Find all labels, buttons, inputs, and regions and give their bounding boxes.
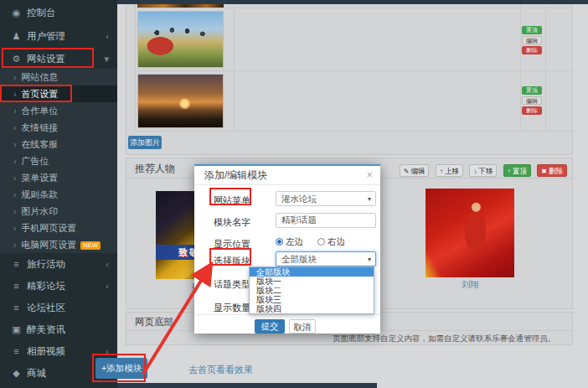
submit-button[interactable]: 提交 bbox=[255, 319, 285, 334]
sidebar-item-label: 手机网页设置 bbox=[21, 223, 76, 233]
chevron-left-icon: ‹ bbox=[106, 253, 109, 275]
caret-down-icon: ▾ bbox=[368, 253, 371, 266]
angle-icon: › bbox=[13, 157, 16, 166]
table-border bbox=[545, 4, 546, 131]
move-up-button[interactable]: ↑上移 bbox=[436, 164, 463, 177]
arrow-up-icon: ↑ bbox=[508, 168, 511, 175]
panel-title: 推荐人物 bbox=[135, 158, 175, 178]
angle-icon: › bbox=[13, 123, 16, 132]
angle-icon: › bbox=[13, 173, 16, 183]
sidebar-item-label: 规则条款 bbox=[21, 189, 58, 199]
sidebar-item-label: 图片水印 bbox=[21, 206, 58, 216]
section-select[interactable]: 全部版块 ▾ bbox=[276, 251, 376, 266]
table-border bbox=[520, 4, 521, 131]
module-name-input[interactable] bbox=[276, 213, 376, 228]
pin-top-button[interactable]: ↑置顶 bbox=[503, 164, 531, 177]
select-value: 全部版块 bbox=[281, 254, 317, 264]
radio-left[interactable] bbox=[276, 238, 283, 246]
delete-button[interactable]: 删除 bbox=[522, 106, 542, 115]
dropdown-option[interactable]: 版块四 bbox=[250, 304, 374, 313]
sidebar-item-label: 首页设置 bbox=[21, 89, 58, 99]
position-radio-group: 左边 右边 bbox=[276, 236, 345, 248]
site-menu-select[interactable]: 灌水论坛 ▾ bbox=[276, 191, 376, 206]
gallery-photo-sunset bbox=[137, 74, 224, 128]
sidebar-item-label: 醉美资讯 bbox=[27, 324, 65, 334]
edit-button[interactable]: 编辑 bbox=[522, 96, 542, 105]
dashboard-icon: ◉ bbox=[10, 2, 23, 23]
sidebar-item-partners[interactable]: ›合作单位 bbox=[0, 102, 117, 119]
button-label: 编辑 bbox=[410, 167, 425, 175]
sidebar-item-label: 用户管理 bbox=[27, 31, 65, 41]
select-value: 灌水论坛 bbox=[281, 194, 317, 204]
table-border bbox=[234, 4, 235, 131]
sidebar-item-ad-slots[interactable]: ›广告位 bbox=[0, 153, 117, 169]
sidebar-item-news[interactable]: ▣醉美资讯 bbox=[0, 318, 117, 340]
sidebar-item-community[interactable]: ≡论坛社区 bbox=[0, 297, 117, 318]
table-border bbox=[572, 4, 573, 131]
cancel-button[interactable]: 取消 bbox=[289, 319, 316, 334]
gallery-photo-hikers bbox=[137, 11, 224, 68]
sidebar-item-rules[interactable]: ›规则条款 bbox=[0, 186, 117, 203]
admin-page: ◉控制台 ♟用户管理 ‹ ⚙网站设置 ▾ ›网站信息 ›首页设置 ›合作单位 ›… bbox=[0, 0, 588, 388]
sidebar-item-label: 相册视频 bbox=[27, 346, 65, 356]
sidebar-item-menu-settings[interactable]: ›菜单设置 bbox=[0, 169, 117, 186]
dropdown-option[interactable]: 版块二 bbox=[250, 286, 374, 295]
radio-right[interactable] bbox=[317, 238, 325, 246]
sidebar-item-travel[interactable]: ≡旅行活动 ‹ bbox=[0, 253, 117, 275]
view-homepage-link[interactable]: 去首页看看效果 bbox=[188, 364, 253, 376]
add-module-button[interactable]: +添加模块 bbox=[95, 358, 147, 379]
sidebar-item-online-service[interactable]: ›在线客服 bbox=[0, 136, 117, 153]
button-label: 上移 bbox=[445, 167, 459, 175]
sidebar-item-users[interactable]: ♟用户管理 ‹ bbox=[0, 25, 117, 47]
pin-top-button[interactable]: 置顶 bbox=[522, 26, 542, 34]
delete-button[interactable]: 删除 bbox=[522, 46, 542, 54]
sidebar-item-console[interactable]: ◉控制台 bbox=[0, 2, 117, 23]
dropdown-option[interactable]: 版块一 bbox=[250, 277, 374, 286]
site-menu-label: 网站菜单 bbox=[214, 194, 250, 207]
sidebar-item-forum[interactable]: ≡精彩论坛 ‹ bbox=[0, 275, 117, 297]
sidebar-item-site-settings[interactable]: ⚙网站设置 ▾ bbox=[0, 48, 117, 70]
sidebar-item-pc-web[interactable]: ›电脑网页设置NEW bbox=[0, 236, 117, 253]
edit-button[interactable]: ✎编辑 bbox=[400, 164, 430, 177]
modal-title: 添加/编辑模块 bbox=[204, 166, 267, 185]
sidebar-item-home-settings[interactable]: ›首页设置 bbox=[0, 85, 117, 102]
dropdown-option[interactable]: 全部版块 bbox=[250, 267, 374, 277]
sidebar-item-label: 合作单位 bbox=[21, 106, 58, 116]
sidebar-item-label: 旅行活动 bbox=[27, 259, 65, 269]
section-label: 选择版块 bbox=[214, 255, 250, 267]
panel-title: 网页底部 bbox=[135, 316, 173, 329]
sidebar-item-label: 在线客服 bbox=[21, 139, 58, 149]
arrow-down-icon: ↓ bbox=[473, 168, 477, 175]
sidebar-item-label: 论坛社区 bbox=[27, 303, 65, 313]
display-count-label: 显示数量 bbox=[214, 302, 250, 314]
sidebar-item-site-info[interactable]: ›网站信息 bbox=[0, 69, 117, 85]
sidebar-item-label: 电脑网页设置 bbox=[21, 240, 76, 250]
cutoff-footer-image bbox=[117, 383, 377, 388]
table-border bbox=[135, 70, 573, 71]
person-caption-link[interactable]: 刘翔 bbox=[426, 279, 514, 291]
dropdown-option[interactable]: 版块三 bbox=[250, 295, 374, 304]
table-border bbox=[135, 131, 573, 132]
edit-button[interactable]: 编辑 bbox=[522, 36, 542, 44]
angle-icon: › bbox=[13, 224, 16, 233]
add-edit-module-modal: 添加/编辑模块 × 网站菜单 灌水论坛 ▾ 模块名字 显示位置 左边 右边 选择… bbox=[194, 164, 380, 334]
delete-button[interactable]: ✖删除 bbox=[537, 164, 567, 177]
sidebar-item-label: 网站设置 bbox=[27, 54, 65, 64]
modal-header: 添加/编辑模块 × bbox=[194, 166, 380, 185]
angle-icon: › bbox=[13, 106, 16, 116]
position-label: 显示位置 bbox=[214, 238, 250, 251]
divider bbox=[194, 314, 380, 315]
move-down-button[interactable]: ↓下移 bbox=[469, 164, 497, 177]
person-photo-liuxiang bbox=[426, 189, 514, 277]
sidebar-item-mobile-web[interactable]: ›手机网页设置 bbox=[0, 220, 117, 236]
close-icon[interactable]: × bbox=[366, 168, 373, 181]
caret-down-icon: ▾ bbox=[368, 193, 371, 206]
sidebar-item-watermark[interactable]: ›图片水印 bbox=[0, 203, 117, 220]
pin-top-button[interactable]: 置顶 bbox=[522, 86, 542, 95]
sidebar-item-friend-links[interactable]: ›友情链接 bbox=[0, 119, 117, 136]
new-badge: NEW bbox=[80, 241, 101, 250]
angle-icon: › bbox=[13, 190, 16, 199]
row-actions: 置顶 编辑 删除 bbox=[522, 26, 544, 56]
trash-icon: ✖ bbox=[541, 168, 547, 175]
add-image-button[interactable]: 添加图片 bbox=[128, 136, 162, 149]
